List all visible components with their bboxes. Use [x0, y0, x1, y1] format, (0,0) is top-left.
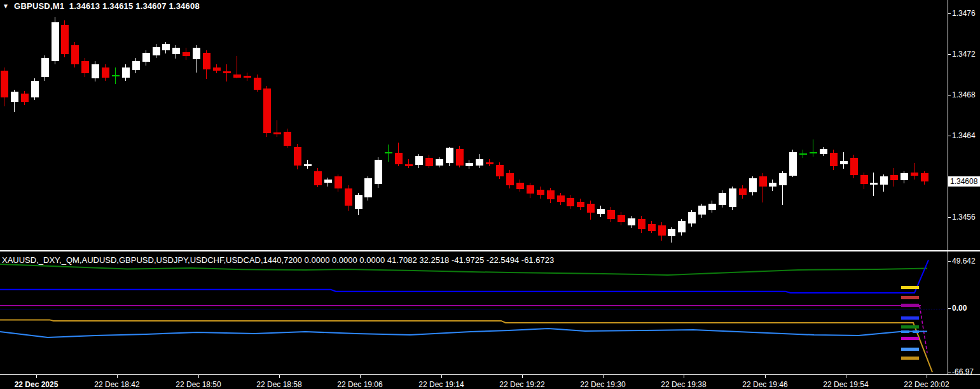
symbol-dropdown-icon[interactable]: ▼: [3, 3, 9, 10]
time-tick: [360, 375, 361, 378]
candle-body: [607, 210, 615, 219]
candle-body: [921, 173, 928, 181]
candle-body: [668, 229, 675, 236]
candle-body: [294, 147, 301, 166]
pane-separator: [0, 250, 980, 251]
candle-body: [901, 173, 908, 180]
end-marker: [901, 337, 919, 340]
indicator-purple-tail: [920, 306, 927, 353]
time-tick: [684, 375, 684, 378]
indicator-green-line: [0, 264, 927, 275]
current-price-box: 1.34608: [948, 176, 980, 187]
indicator-scale-tick: [948, 372, 951, 372]
indicator-blue-line: [0, 260, 928, 293]
candle-body: [81, 61, 89, 73]
time-tick: [522, 375, 523, 378]
candle-body: [739, 188, 747, 195]
candle-body: [638, 219, 645, 229]
candle-body: [456, 149, 464, 166]
candle-body: [1, 71, 8, 97]
candle-body: [254, 78, 261, 90]
candle-body: [314, 171, 322, 185]
time-axis-label[interactable]: 22 Dec 19:38: [642, 380, 725, 389]
price-scale-label: 1.3456: [952, 213, 976, 222]
candle-body: [425, 158, 433, 166]
candle-body: [122, 67, 130, 78]
candle-body: [658, 225, 666, 236]
candle-body: [345, 188, 352, 206]
candle-body: [527, 185, 534, 194]
candle-body: [102, 67, 109, 78]
indicator-scale-label: 49.642: [952, 257, 976, 265]
candle-body: [92, 64, 99, 78]
price-tick: [948, 95, 951, 95]
time-axis-label[interactable]: 22 Dec 2025: [0, 380, 78, 389]
indicator-dodger-line: [0, 329, 927, 337]
time-axis-label[interactable]: 22 Dec 19:54: [804, 380, 887, 389]
candle-body: [729, 188, 736, 207]
candle-body: [446, 148, 453, 163]
chart-canvas[interactable]: [0, 0, 980, 389]
candle-body: [850, 158, 858, 175]
time-axis-label[interactable]: 22 Dec 19:22: [481, 380, 563, 389]
candle-body: [203, 53, 210, 69]
price-tick: [948, 54, 951, 55]
candle-body: [466, 163, 473, 166]
time-tick: [603, 375, 604, 378]
candle-body: [779, 173, 787, 185]
candle-body: [648, 224, 656, 231]
current-price-value: 1.34608: [950, 177, 977, 186]
candle-body: [506, 173, 514, 185]
candle-doji-bar: [385, 152, 392, 153]
candle-body: [375, 160, 382, 184]
candle-body: [284, 132, 291, 146]
candle-body: [223, 71, 231, 73]
candle-body: [870, 183, 878, 185]
time-axis-label[interactable]: 22 Dec 20:02: [885, 380, 968, 389]
time-axis-label[interactable]: 22 Dec 19:46: [724, 380, 806, 389]
candle-body: [890, 175, 898, 180]
time-axis-label[interactable]: 22 Dec 19:14: [400, 380, 483, 389]
candle-body: [708, 204, 716, 210]
candle-body: [61, 25, 69, 54]
candle-body: [153, 47, 160, 55]
candle-body: [537, 190, 544, 195]
candle-doji-bar: [799, 153, 807, 155]
candle-wick: [813, 139, 813, 157]
time-axis-label[interactable]: 22 Dec 19:30: [562, 380, 644, 389]
candle-body: [213, 67, 221, 71]
scale-separator: [948, 0, 948, 375]
candle-body: [547, 190, 555, 199]
end-marker: [901, 325, 919, 329]
time-tick: [441, 375, 442, 378]
candle-body: [789, 152, 797, 176]
time-axis-label[interactable]: 22 Dec 18:42: [76, 380, 158, 389]
candle-body: [618, 215, 625, 222]
candle-body: [840, 161, 848, 164]
candle-body: [355, 195, 362, 209]
chart-symbol-period: GBPUSD,M1: [14, 1, 64, 11]
candle-body: [567, 198, 574, 206]
candle-body: [698, 206, 706, 215]
price-tick: [948, 136, 951, 136]
candle-body: [172, 48, 180, 54]
candle-body: [436, 159, 443, 166]
candle-body: [476, 159, 483, 166]
price-scale-label: 1.3472: [952, 50, 976, 59]
end-marker: [901, 286, 919, 289]
candle-body: [162, 44, 170, 50]
candle-body: [830, 153, 838, 166]
end-marker: [901, 316, 919, 320]
candle-body: [273, 132, 281, 134]
time-axis-label[interactable]: 22 Dec 18:50: [157, 380, 240, 389]
end-marker: [901, 296, 919, 299]
candle-body: [496, 165, 504, 176]
time-axis-label[interactable]: 22 Dec 18:58: [238, 380, 321, 389]
end-marker: [901, 348, 919, 351]
time-axis-label[interactable]: 22 Dec 19:06: [319, 380, 401, 389]
time-tick: [279, 375, 280, 378]
candle-body: [244, 76, 251, 78]
end-marker-dash: [901, 330, 909, 333]
candle-wick: [408, 159, 409, 168]
time-tick: [36, 375, 37, 378]
